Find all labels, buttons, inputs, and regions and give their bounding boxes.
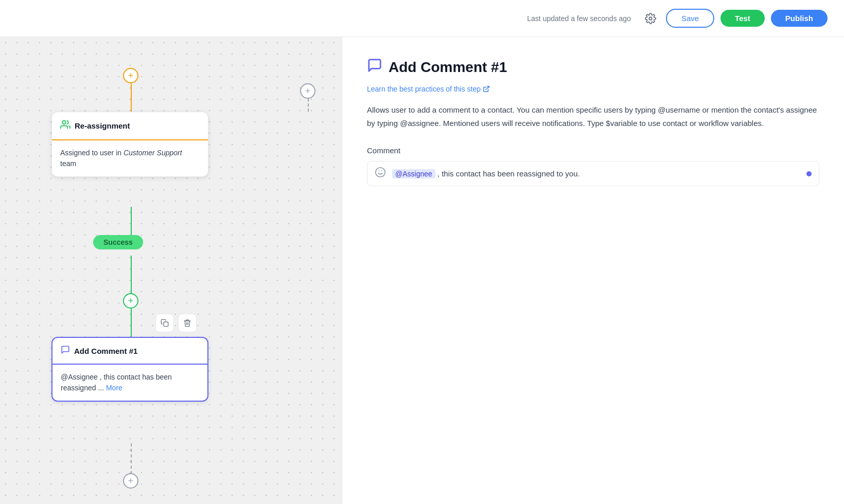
detail-icon bbox=[367, 58, 382, 77]
success-badge: Success bbox=[93, 235, 143, 249]
reassignment-header: Re-assignment bbox=[52, 112, 208, 140]
detail-title: Add Comment #1 bbox=[389, 59, 507, 76]
copy-button[interactable] bbox=[155, 314, 174, 332]
top-add-button[interactable]: + bbox=[123, 68, 138, 83]
detail-header: Add Comment #1 bbox=[367, 58, 819, 77]
middle-add-icon: + bbox=[128, 296, 134, 307]
assignee-tag: @Assignee bbox=[392, 169, 435, 178]
comment-input-row[interactable]: @Assignee , this contact has been reassi… bbox=[367, 161, 819, 186]
add-comment-icon bbox=[61, 345, 70, 356]
node-action-buttons bbox=[155, 314, 197, 332]
floating-add-button[interactable]: + bbox=[300, 83, 315, 99]
comment-text: , this contact has been reassigned to yo… bbox=[437, 169, 580, 178]
workflow-nodes: + + Re bbox=[0, 37, 342, 504]
bottom-add-icon: + bbox=[128, 476, 134, 487]
reassignment-node[interactable]: Re-assignment Assigned to user in Custom… bbox=[51, 112, 208, 177]
svg-point-4 bbox=[376, 168, 385, 177]
middle-add-button[interactable]: + bbox=[123, 293, 138, 309]
add-comment-header: Add Comment #1 bbox=[52, 338, 207, 365]
comment-content: @Assignee , this contact has been reassi… bbox=[392, 169, 800, 178]
reassignment-body-italic: Customer Support bbox=[124, 149, 182, 157]
emoji-button[interactable] bbox=[375, 167, 386, 181]
topbar: Last updated a few seconds ago Save Test… bbox=[0, 0, 844, 37]
detail-description: Allows user to add a comment to a contac… bbox=[367, 103, 819, 130]
reassignment-body-prefix: Assigned to user in bbox=[60, 149, 124, 157]
delete-button[interactable] bbox=[178, 314, 197, 332]
floating-add-icon: + bbox=[305, 86, 311, 97]
reassignment-body: Assigned to user in Customer Support tea… bbox=[52, 140, 208, 176]
svg-point-1 bbox=[62, 121, 66, 124]
add-comment-node[interactable]: Add Comment #1 @Assignee , this contact … bbox=[51, 337, 208, 402]
svg-rect-2 bbox=[164, 322, 168, 327]
bottom-add-button[interactable]: + bbox=[123, 473, 138, 489]
top-add-icon: + bbox=[128, 70, 134, 81]
dot-indicator bbox=[806, 171, 812, 176]
top-yellow-connector bbox=[131, 83, 132, 112]
add-comment-more-link[interactable]: More bbox=[106, 384, 122, 392]
comment-section: Comment @Assignee , this contact has bee… bbox=[367, 146, 819, 186]
add-comment-body: @Assignee , this contact has been reassi… bbox=[52, 365, 207, 401]
reassignment-body-suffix: team bbox=[60, 159, 76, 168]
svg-line-3 bbox=[486, 86, 489, 89]
test-button[interactable]: Test bbox=[720, 10, 765, 27]
bottom-dashed-connector bbox=[131, 443, 132, 474]
publish-button[interactable]: Publish bbox=[771, 10, 828, 27]
svg-point-0 bbox=[649, 17, 652, 20]
green-connector-3 bbox=[131, 309, 132, 337]
workflow-canvas[interactable]: + + Re bbox=[0, 37, 342, 504]
save-button[interactable]: Save bbox=[666, 9, 714, 28]
green-connector-2 bbox=[131, 256, 132, 294]
main-layout: + + Re bbox=[0, 37, 844, 504]
reassignment-title: Re-assignment bbox=[75, 121, 130, 130]
detail-panel: Add Comment #1 Learn the best practices … bbox=[342, 37, 844, 504]
settings-button[interactable] bbox=[641, 9, 660, 28]
last-updated-text: Last updated a few seconds ago bbox=[527, 14, 631, 23]
add-comment-title: Add Comment #1 bbox=[74, 347, 137, 355]
learn-link[interactable]: Learn the best practices of this step bbox=[367, 85, 819, 93]
reassignment-icon bbox=[60, 119, 71, 132]
comment-label: Comment bbox=[367, 146, 819, 155]
